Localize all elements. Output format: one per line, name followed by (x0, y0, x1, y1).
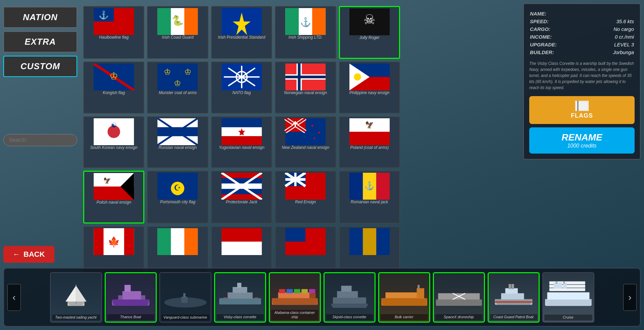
svg-rect-61 (349, 132, 390, 145)
flag-label-russian: Russian naval ensign (159, 145, 197, 150)
flag-item-red-partial[interactable] (275, 226, 336, 274)
flag-label-nato: NATO flag (233, 90, 251, 95)
name-label: NAME: (530, 10, 588, 17)
flag-label-norwegian: Norwegian naval ensign (284, 90, 327, 95)
svg-text:🦅: 🦅 (103, 177, 111, 185)
svg-rect-4 (158, 8, 171, 35)
flag-item-irish-shipping[interactable]: ⚓Irish Shipping LTD. (275, 6, 336, 59)
svg-text:⚓: ⚓ (364, 181, 375, 191)
flag-item-portsmouth[interactable]: ☪Portsmouth city flag (147, 171, 208, 223)
ship-item-cruise[interactable]: Cruise (542, 272, 594, 323)
ship-item-coast-guard-patrol[interactable]: Coast Guard Patrol Boat (488, 272, 540, 323)
flag-label-jolly-roger: Jolly Roger (359, 35, 380, 40)
custom-button[interactable]: CUSTOM (3, 56, 77, 77)
flag-item-philippine[interactable]: Philippine navy ensign (339, 61, 400, 114)
flag-item-polish-naval[interactable]: 🦅Polish naval ensign (83, 171, 144, 223)
flag-item-romanian[interactable]: ⚓Romanian naval jack (339, 171, 400, 223)
svg-rect-138 (337, 291, 358, 298)
svg-rect-11 (312, 8, 326, 35)
svg-rect-82 (285, 178, 305, 181)
ship-label-vanguard-sub: Vanguard-class submarine (161, 315, 209, 320)
ship-item-bulk-carrier[interactable]: Bulk carrier (378, 272, 430, 323)
svg-rect-83 (349, 173, 363, 200)
flag-item-poland-coat[interactable]: 🦅Poland (coat of arms) (339, 116, 400, 168)
svg-rect-139 (341, 286, 351, 291)
svg-rect-88 (94, 228, 103, 255)
svg-rect-152 (501, 293, 524, 299)
flag-item-new-zealand[interactable]: ✚✦✦✦New Zealand naval ensign (275, 116, 336, 168)
speed-label: SPEED: (530, 18, 588, 25)
nation-button[interactable]: NATION (3, 7, 77, 28)
svg-rect-122 (228, 292, 253, 299)
svg-text:⚓: ⚓ (99, 10, 109, 20)
ship-label-spacex-droneship: SpaceX droneship (435, 314, 483, 320)
left-panel: NATION EXTRA CUSTOM (3, 7, 77, 146)
flag-item-south-korean[interactable]: ☯South Korean navy ensign (83, 116, 144, 168)
flag-item-unknown-partial[interactable] (211, 226, 272, 274)
svg-marker-128 (272, 298, 318, 305)
svg-rect-131 (286, 289, 293, 293)
ship-item-visby-corvette[interactable]: Visby-class corvette (214, 272, 266, 323)
svg-rect-94 (221, 228, 262, 242)
svg-point-36 (354, 73, 361, 80)
ship-item-sailing-yacht[interactable]: Two-masted sailing yacht (50, 272, 102, 323)
flag-item-haulbowline[interactable]: ⚓Haulbowline flag (83, 6, 144, 59)
flag-item-russian[interactable]: Russian naval ensign (147, 116, 208, 168)
flag-item-canada-partial[interactable]: 🍁 (83, 226, 144, 274)
flag-item-jolly-roger[interactable]: ☠Jolly Roger (339, 6, 400, 59)
flag-item-protectorate[interactable]: Protectorate Jack (211, 171, 272, 223)
search-input[interactable] (3, 134, 77, 146)
flag-item-norwegian[interactable]: Norwegian naval ensign (275, 61, 336, 114)
cargo-value: No cargo (589, 26, 634, 33)
flag-item-blue-partial[interactable] (339, 226, 400, 274)
svg-rect-144 (417, 285, 419, 289)
ships-prev-button[interactable]: ‹ (7, 284, 21, 311)
svg-text:♔: ♔ (164, 67, 171, 76)
extra-button[interactable]: EXTRA (3, 31, 77, 52)
flag-item-ireland-partial[interactable] (147, 226, 208, 274)
back-button[interactable]: ← BACK (3, 246, 54, 263)
svg-marker-121 (219, 298, 261, 304)
rename-sub: 1000 credits (529, 143, 635, 149)
svg-marker-141 (381, 298, 427, 305)
flag-label-yugoslavian: Yugoslavian naval ensign (219, 145, 264, 150)
ship-label-cruise: Cruise (544, 315, 592, 320)
svg-text:♔: ♔ (184, 67, 192, 76)
flag-item-nato[interactable]: NATO flag (211, 61, 272, 114)
svg-rect-92 (158, 228, 171, 255)
stats-table: NAME: SPEED: 35.6 kts CARGO: No cargo IN… (529, 9, 635, 56)
flag-item-red-ensign[interactable]: Red Ensign (275, 171, 336, 223)
svg-text:⚓: ⚓ (300, 17, 311, 28)
svg-rect-125 (223, 297, 227, 298)
svg-rect-132 (294, 289, 300, 293)
ship-item-spacex-droneship[interactable]: SpaceX droneship (433, 272, 485, 323)
ship-item-skjold-corvette[interactable]: Skjold-class corvette (324, 272, 376, 323)
flag-item-munster[interactable]: ♔♔♔Munster coat of arms (147, 61, 208, 114)
svg-marker-158 (545, 299, 591, 306)
svg-text:☠: ☠ (363, 12, 376, 27)
ship-item-thanos-boat[interactable]: Thanos Boat (105, 272, 157, 323)
back-label: BACK (23, 250, 45, 259)
flag-item-irish-presidential[interactable]: Irish Presidential Standard (211, 6, 272, 59)
flag-item-kongish[interactable]: ♔Kongish flag (83, 61, 144, 114)
svg-text:🐍: 🐍 (171, 14, 184, 27)
ship-label-thanos-boat: Thanos Boat (107, 314, 154, 320)
ship-label-bulk-carrier: Bulk carrier (381, 314, 428, 320)
svg-rect-160 (549, 288, 585, 291)
svg-text:♔: ♔ (174, 78, 182, 87)
rename-button[interactable]: RENAME 1000 credits (529, 127, 635, 154)
svg-marker-109 (65, 285, 76, 301)
svg-text:☪: ☪ (174, 183, 182, 193)
flag-item-yugoslavian[interactable]: ★Yugoslavian naval ensign (211, 116, 272, 168)
svg-marker-136 (331, 303, 368, 307)
ship-item-alabama-container[interactable]: Alabama-class container ship (269, 272, 321, 323)
ships-container: Two-masted sailing yachtThanos BoatVangu… (23, 272, 621, 323)
upgrade-value: LEVEL 3 (589, 41, 634, 48)
ships-next-button[interactable]: › (623, 284, 637, 311)
ship-item-vanguard-sub[interactable]: Vanguard-class submarine (159, 272, 211, 323)
svg-rect-123 (233, 287, 247, 292)
flag-label-south-korean: South Korean navy ensign (90, 145, 138, 150)
flag-item-irish-coast-guard[interactable]: 🐍Irish Coast Guard (147, 6, 208, 59)
svg-text:✦: ✦ (313, 136, 316, 140)
flags-button[interactable]: FLAGS (529, 96, 635, 124)
